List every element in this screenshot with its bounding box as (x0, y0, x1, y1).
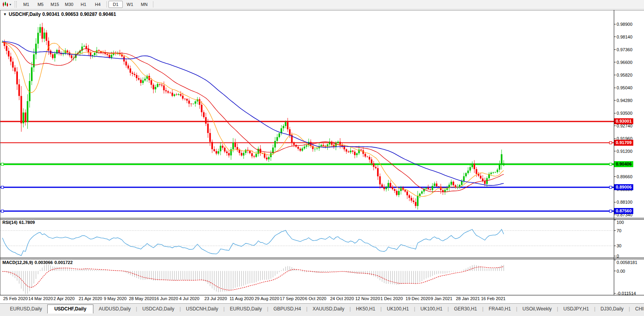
chart-tab-bar: EURUSD,DailyUSDCHF,DailyAUDUSD,Daily|USD… (0, 303, 644, 316)
date-label: 21 Apr 2020 (79, 296, 102, 301)
date-label: 14 Mar 2020 (28, 296, 53, 301)
chart-type-button[interactable]: ▾ (1, 1, 12, 8)
timeframe-m15-button[interactable]: M15 (48, 1, 62, 8)
tab-xauusd-daily[interactable]: XAUUSD,Daily (307, 305, 350, 313)
date-label: 12 Nov 2020 (355, 296, 380, 301)
date-label: 4 Jul 2020 (179, 296, 199, 301)
top-toolbar: ▾ M1M5M15M30H1H4D1W1MN (0, 0, 644, 9)
date-label: 25 Feb 2020 (3, 296, 28, 301)
timeframe-h1-button[interactable]: H1 (76, 1, 91, 8)
date-label: 16 Feb 2021 (481, 296, 506, 301)
tab-usdcad-daily[interactable]: USDCAD,Daily (137, 305, 180, 313)
date-label: 11 Aug 2020 (230, 296, 254, 301)
tab-usdchf-daily[interactable]: USDCHF,Daily (47, 304, 94, 314)
toolbar-separator (106, 1, 107, 8)
tab-eurusd-daily[interactable]: EURUSD,Daily (5, 305, 47, 313)
tab-dj30-daily[interactable]: DJ30,Daily (596, 305, 629, 313)
tab-uk100-h1[interactable]: UK100,H1 (415, 305, 447, 313)
tab-usdjpy-h1[interactable]: USDJPY,H1 (558, 305, 594, 313)
tab-eurusd-daily[interactable]: EURUSD,Daily (224, 305, 267, 313)
date-label: 16 Jun 2020 (154, 296, 178, 301)
tab-ger30-h1[interactable]: GER30,H1 (449, 305, 482, 313)
tab-fra40-h1[interactable]: FRA40,H1 (483, 305, 516, 313)
date-label: 29 Aug 2020 (255, 296, 279, 301)
tab-audusd-daily[interactable]: AUDUSD,Daily (93, 305, 136, 313)
date-label: 19 Dec 2020 (406, 296, 430, 301)
toolbar-separator (153, 1, 153, 8)
chart-tabs: EURUSD,DailyUSDCHF,DailyAUDUSD,Daily|USD… (5, 305, 644, 314)
date-label: 28 May 2020 (129, 296, 155, 301)
candlestick-chart-icon (2, 2, 9, 7)
tab-usdcnh-daily[interactable]: USDCNH,Daily (181, 305, 223, 313)
timeframe-w1-button[interactable]: W1 (123, 1, 137, 8)
date-label: 9 Jan 2021 (431, 296, 452, 301)
timeframe-d1-button[interactable]: D1 (108, 1, 123, 8)
date-label: 17 Sep 2020 (280, 296, 304, 301)
tab-uk100-h1[interactable]: UK100,H1 (382, 305, 414, 313)
tab-gbpusd-h4[interactable]: GBPUSD,H4 (268, 305, 306, 313)
date-label: 28 Jan 2021 (456, 296, 480, 301)
chevron-down-icon[interactable]: ▾ (10, 3, 11, 6)
tab-china300-h1[interactable]: CHINA300,H1 (630, 305, 644, 313)
date-label: 23 Jul 2020 (204, 296, 227, 301)
timeframe-button-group: M1M5M15M30H1H4D1W1MN (19, 1, 155, 8)
date-label: 1 Dec 2020 (381, 296, 403, 301)
chart-canvas[interactable] (0, 10, 644, 295)
date-label: 6 Oct 2020 (305, 296, 327, 301)
timeframe-mn-button[interactable]: MN (137, 1, 151, 8)
tab-usoil-weekly[interactable]: USOil,Weekly (517, 305, 557, 313)
tab-hk50-h1[interactable]: HK50,H1 (351, 305, 381, 313)
time-axis[interactable]: 25 Feb 202014 Mar 20202 Apr 202021 Apr 2… (0, 296, 614, 303)
timeframe-m30-button[interactable]: M30 (62, 1, 76, 8)
timeframe-m1-button[interactable]: M1 (19, 1, 33, 8)
date-label: 9 May 2020 (104, 296, 126, 301)
timeframe-h4-button[interactable]: H4 (91, 1, 105, 8)
toolbar-grip[interactable] (15, 1, 17, 8)
date-label: 24 Oct 2020 (330, 296, 354, 301)
date-label: 2 Apr 2020 (54, 296, 75, 301)
timeframe-m5-button[interactable]: M5 (33, 1, 48, 8)
